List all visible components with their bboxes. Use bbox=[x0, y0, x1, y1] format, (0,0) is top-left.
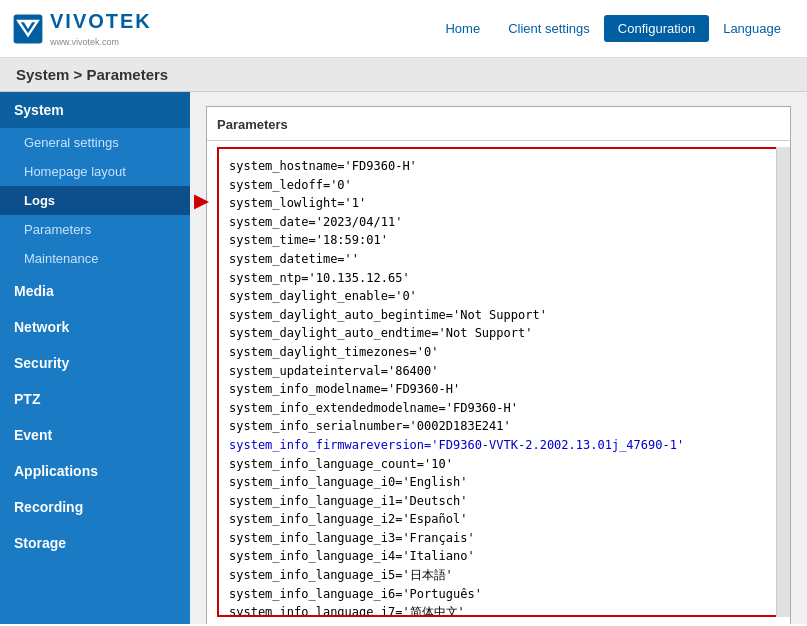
param-line: system_info_language_i0='English' bbox=[229, 473, 768, 492]
param-line: system_ledoff='0' bbox=[229, 176, 768, 195]
sidebar-section-recording[interactable]: Recording bbox=[0, 489, 190, 525]
sidebar-item-general-settings[interactable]: General settings bbox=[0, 128, 190, 157]
sidebar-section-storage[interactable]: Storage bbox=[0, 525, 190, 561]
sidebar: System General settings Homepage layout … bbox=[0, 92, 190, 624]
param-line: system_info_language_i4='Italiano' bbox=[229, 547, 768, 566]
vivotek-logo-icon bbox=[12, 13, 44, 45]
param-line: system_info_language_i6='Português' bbox=[229, 585, 768, 604]
header: VIVOTEK www.vivotek.com Home Client sett… bbox=[0, 0, 807, 58]
page-title-bar: System > Parameters bbox=[0, 58, 807, 92]
sidebar-item-logs[interactable]: Logs ▶ bbox=[0, 186, 190, 215]
param-line: system_date='2023/04/11' bbox=[229, 213, 768, 232]
param-line: system_daylight_auto_endtime='Not Suppor… bbox=[229, 324, 768, 343]
main-layout: System General settings Homepage layout … bbox=[0, 92, 807, 624]
params-section-title: Parameters bbox=[207, 117, 790, 141]
sidebar-section-media[interactable]: Media bbox=[0, 273, 190, 309]
param-line: system_info_firmwareversion='FD9360-VVTK… bbox=[229, 436, 768, 455]
param-line: system_daylight_enable='0' bbox=[229, 287, 768, 306]
sidebar-section-system[interactable]: System bbox=[0, 92, 190, 128]
param-line: system_info_language_i3='Français' bbox=[229, 529, 768, 548]
nav-home[interactable]: Home bbox=[431, 15, 494, 42]
param-line: system_time='18:59:01' bbox=[229, 231, 768, 250]
sidebar-section-network[interactable]: Network bbox=[0, 309, 190, 345]
param-line: system_info_modelname='FD9360-H' bbox=[229, 380, 768, 399]
param-line: system_hostname='FD9360-H' bbox=[229, 157, 768, 176]
param-line: system_info_language_i5='日本語' bbox=[229, 566, 768, 585]
sidebar-section-applications[interactable]: Applications bbox=[0, 453, 190, 489]
sidebar-section-security[interactable]: Security bbox=[0, 345, 190, 381]
nav-configuration[interactable]: Configuration bbox=[604, 15, 709, 42]
param-line: system_daylight_auto_begintime='Not Supp… bbox=[229, 306, 768, 325]
param-line: system_info_language_i7='简体中文' bbox=[229, 603, 768, 617]
param-line: system_updateinterval='86400' bbox=[229, 362, 768, 381]
param-line: system_daylight_timezones='0' bbox=[229, 343, 768, 362]
content-area: Parameters system_hostname='FD9360-H'sys… bbox=[190, 92, 807, 624]
logs-arrow: ▶ bbox=[194, 190, 208, 212]
logo-text-area: VIVOTEK www.vivotek.com bbox=[50, 10, 152, 48]
page-title: System > Parameters bbox=[16, 66, 168, 83]
param-line: system_info_language_i2='Español' bbox=[229, 510, 768, 529]
logo-area: VIVOTEK www.vivotek.com bbox=[12, 10, 152, 48]
logo-subtitle: www.vivotek.com bbox=[50, 37, 119, 47]
sidebar-section-ptz[interactable]: PTZ bbox=[0, 381, 190, 417]
param-line: system_info_serialnumber='0002D183E241' bbox=[229, 417, 768, 436]
param-line: system_lowlight='1' bbox=[229, 194, 768, 213]
sidebar-section-event[interactable]: Event bbox=[0, 417, 190, 453]
params-box: Parameters system_hostname='FD9360-H'sys… bbox=[206, 106, 791, 624]
sidebar-item-parameters[interactable]: Parameters bbox=[0, 215, 190, 244]
param-line: system_ntp='10.135.12.65' bbox=[229, 269, 768, 288]
params-content[interactable]: system_hostname='FD9360-H'system_ledoff=… bbox=[217, 147, 780, 617]
logo-title: VIVOTEK bbox=[50, 10, 152, 32]
nav-language[interactable]: Language bbox=[709, 15, 795, 42]
param-line: system_info_extendedmodelname='FD9360-H' bbox=[229, 399, 768, 418]
nav-client-settings[interactable]: Client settings bbox=[494, 15, 604, 42]
param-line: system_info_language_count='10' bbox=[229, 455, 768, 474]
param-line: system_datetime='' bbox=[229, 250, 768, 269]
scrollbar[interactable] bbox=[776, 147, 790, 617]
param-line: system_info_language_i1='Deutsch' bbox=[229, 492, 768, 511]
nav-links: Home Client settings Configuration Langu… bbox=[431, 15, 795, 42]
sidebar-item-homepage-layout[interactable]: Homepage layout bbox=[0, 157, 190, 186]
sidebar-item-maintenance[interactable]: Maintenance bbox=[0, 244, 190, 273]
